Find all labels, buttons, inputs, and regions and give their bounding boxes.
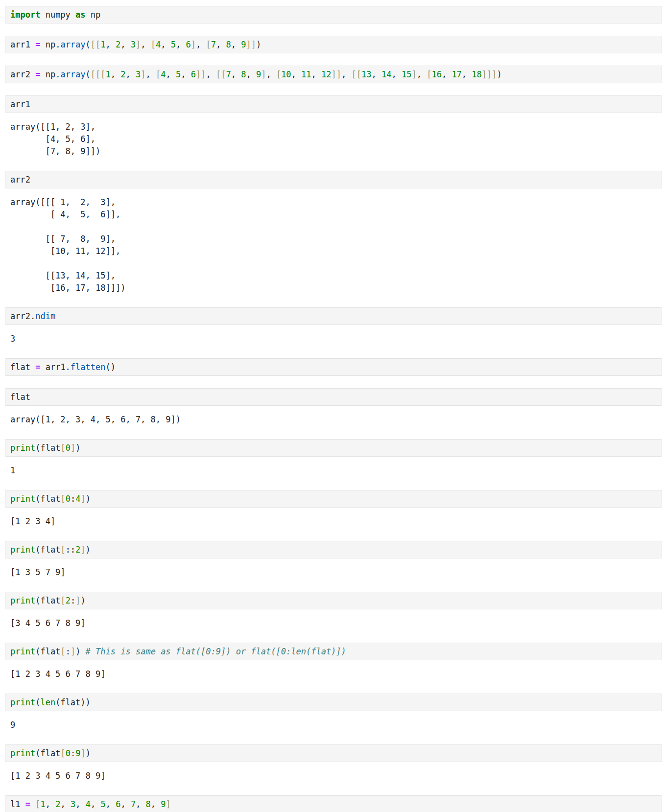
code-token: )	[86, 545, 91, 555]
code-token: ]	[191, 40, 196, 49]
code-token: (	[86, 40, 91, 49]
output-line: array([[[ 1, 2, 3],	[10, 196, 657, 209]
code-cell: print(flat[2:])	[5, 592, 662, 609]
code-token: 4	[86, 799, 91, 809]
code-token: ,	[75, 799, 85, 809]
output-area: array([[1, 2, 3], [4, 5, 6], [7, 8, 9]])	[5, 121, 662, 158]
output-line: array([[1, 2, 3],	[10, 121, 657, 133]
code-token: [	[60, 748, 65, 758]
output-line: 3	[10, 333, 657, 345]
code-token: ]	[71, 443, 75, 453]
output-line: 9	[10, 719, 657, 731]
code-token: ]]	[332, 70, 341, 79]
code-token: 14	[381, 70, 391, 79]
code-token: 1	[40, 799, 45, 809]
code-token: 3	[136, 70, 141, 79]
output-area: [1 2 3 4 5 6 7 8 9]	[5, 668, 662, 680]
code-token: ,	[206, 70, 215, 79]
code-token: ]	[166, 799, 171, 809]
code-token: 0	[66, 443, 71, 453]
output-area: [1 2 3 4 5 6 7 8 9]	[5, 770, 662, 782]
code-token: ,	[120, 799, 130, 809]
code-token: ,	[141, 40, 150, 49]
code-token: (	[86, 70, 91, 79]
code-token: (flat	[35, 748, 60, 758]
code-token: 5	[171, 40, 176, 49]
code-token: ]	[136, 40, 141, 49]
output-line: [1 2 3 4]	[10, 515, 657, 528]
output-area: [3 4 5 6 7 8 9]	[5, 617, 662, 629]
code-token: ,	[231, 70, 241, 79]
code-token: (flat	[35, 545, 60, 555]
code-token: [	[151, 40, 156, 49]
code-token: len	[40, 697, 55, 707]
code-token: (flat))	[55, 697, 91, 707]
code-token: ,	[291, 70, 301, 79]
output-line: [4, 5, 6],	[10, 133, 657, 145]
code-token: ]	[71, 647, 75, 656]
code-token: ,	[266, 70, 276, 79]
code-token: 2	[116, 40, 120, 49]
code-token: [	[206, 40, 211, 49]
code-token: print	[10, 647, 35, 656]
code-token: [	[60, 647, 65, 656]
code-token: [	[60, 494, 65, 504]
code-token: ,	[106, 799, 116, 809]
output-area: array([[[ 1, 2, 3], [ 4, 5, 6]], [[ 7, 8…	[5, 196, 662, 294]
code-token: ,	[146, 70, 156, 79]
code-token: )	[75, 443, 80, 453]
code-token: arr1.	[40, 362, 70, 372]
code-token: ,	[91, 799, 100, 809]
code-line: print(flat[0:4])	[10, 493, 657, 505]
code-token: ]	[75, 596, 80, 605]
code-token: 6	[191, 70, 196, 79]
code-token: ]	[80, 545, 85, 555]
code-token: [	[276, 70, 281, 79]
code-cell: l1 = [1, 2, 3, 4, 5, 6, 7, 8, 9]print(le…	[5, 795, 662, 812]
code-token: ()	[106, 362, 116, 372]
code-token: array	[60, 70, 85, 79]
code-line: arr1 = np.array([[1, 2, 3], [4, 5, 6], […	[10, 39, 657, 50]
code-token: ,	[391, 70, 401, 79]
code-token: ]]]	[482, 70, 497, 79]
code-token: ndim	[35, 311, 55, 321]
code-line: arr2	[10, 174, 657, 186]
output-line: [16, 17, 18]]])	[10, 282, 657, 294]
code-token: ]	[411, 70, 416, 79]
code-line: print(len(flat))	[10, 696, 657, 708]
code-token: 5	[100, 799, 105, 809]
code-line: print(flat[0])	[10, 442, 657, 454]
code-token: )	[80, 596, 85, 605]
code-token: ,	[151, 799, 161, 809]
code-token: # This is same as flat([0:9]) or flat([0…	[86, 647, 346, 656]
output-line: [1 3 5 7 9]	[10, 566, 657, 579]
code-token: ]]	[196, 70, 206, 79]
code-cell: print(flat[::2])	[5, 541, 662, 558]
code-token: [	[156, 70, 161, 79]
output-area: array([1, 2, 3, 4, 5, 6, 7, 8, 9])	[5, 414, 662, 426]
output-line: [7, 8, 9]])	[10, 145, 657, 158]
code-token: )	[256, 40, 261, 49]
output-line: 1	[10, 464, 657, 477]
code-token: 8	[146, 799, 151, 809]
code-token: 10	[281, 70, 291, 79]
code-token: ]	[261, 70, 266, 79]
code-token: [[	[91, 40, 100, 49]
code-token: ,	[311, 70, 321, 79]
code-cell: arr2 = np.array([[[1, 2, 3], [4, 5, 6]],…	[5, 66, 662, 83]
code-token: 2	[66, 596, 71, 605]
code-token: [	[35, 799, 40, 809]
code-token: 9	[256, 70, 261, 79]
code-line: arr2 = np.array([[[1, 2, 3], [4, 5, 6]],…	[10, 69, 657, 80]
code-token: 2	[75, 545, 80, 555]
code-token: 16	[431, 70, 441, 79]
code-token: :	[71, 494, 75, 504]
code-token: ,	[106, 40, 116, 49]
code-token: =	[35, 362, 40, 372]
code-cell: arr2	[5, 171, 662, 188]
output-line: [1 2 3 4 5 6 7 8 9]	[10, 668, 657, 680]
code-token: 1	[106, 70, 111, 79]
code-cell: arr1	[5, 95, 662, 113]
code-token: ]	[80, 748, 85, 758]
code-token: ,	[60, 799, 70, 809]
